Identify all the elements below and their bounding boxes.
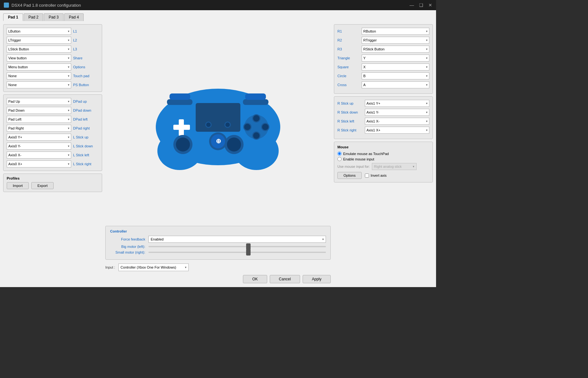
mapping-row-share: View buttonNone Share: [7, 55, 99, 62]
lstick-left-label: L Stick left: [73, 153, 99, 157]
big-motor-thumb[interactable]: [246, 243, 251, 250]
touchpad-select-wrapper[interactable]: None: [7, 72, 71, 79]
tab-pad2[interactable]: Pad 2: [24, 13, 43, 21]
rstick-left-select-wrapper[interactable]: Axis1 X-: [365, 118, 429, 125]
options-label: Options: [73, 65, 99, 69]
dpad-down-select[interactable]: Pad Down: [7, 107, 71, 114]
dpad-down-select-wrapper[interactable]: Pad Down: [7, 107, 71, 114]
tab-pad3[interactable]: Pad 3: [44, 13, 63, 21]
invert-axis-checkbox[interactable]: [365, 174, 369, 178]
circle-select[interactable]: B: [362, 72, 429, 79]
lstick-right-select-wrapper[interactable]: Axis0 X+: [7, 160, 71, 167]
touchpad-select[interactable]: None: [7, 72, 71, 79]
apply-button[interactable]: Apply: [303, 275, 331, 283]
r3-select[interactable]: RStick Button: [362, 46, 429, 53]
big-motor-row: Big motor (left):: [110, 245, 326, 248]
r2-select[interactable]: RTrigger: [362, 37, 429, 44]
force-feedback-label: Force feedback: [110, 237, 145, 241]
mouse-for-select-wrapper[interactable]: Right analog stick Left analog stick: [372, 163, 417, 170]
rstick-right-select-wrapper[interactable]: Axis1 X+: [365, 127, 429, 134]
window-controls[interactable]: — ❑ ✕: [410, 3, 432, 8]
square-select-wrapper[interactable]: X: [362, 63, 429, 70]
l3-label: L3: [73, 47, 99, 51]
square-select[interactable]: X: [362, 63, 429, 70]
close-button[interactable]: ✕: [428, 3, 432, 8]
dpad-right-select-wrapper[interactable]: Pad Right: [7, 125, 71, 132]
lstick-up-select[interactable]: Axis0 Y+: [7, 134, 71, 141]
options-select[interactable]: Menu buttonNone: [7, 63, 71, 70]
controller-section-title: Controller: [110, 229, 326, 233]
enable-mouse-radio[interactable]: [337, 157, 342, 161]
cancel-button[interactable]: Cancel: [270, 275, 300, 283]
dpad-left-select-wrapper[interactable]: Pad Left: [7, 116, 71, 123]
options-select-wrapper[interactable]: Menu buttonNone: [7, 63, 71, 70]
lstick-up-select-wrapper[interactable]: Axis0 Y+: [7, 134, 71, 141]
dpad-up-select-wrapper[interactable]: Pad Up: [7, 98, 71, 105]
input-device-select-wrapper[interactable]: Controller (Xbox One For Windows): [118, 263, 189, 271]
share-select-wrapper[interactable]: View buttonNone: [7, 55, 71, 62]
lstick-right-select[interactable]: Axis0 X+: [7, 160, 71, 167]
lstick-left-select[interactable]: Axis0 X-: [7, 152, 71, 159]
r1-select-wrapper[interactable]: RButton: [362, 28, 429, 35]
mouse-options-button[interactable]: Options: [337, 172, 362, 179]
dpad-up-label: DPad up: [73, 100, 99, 103]
mouse-for-select[interactable]: Right analog stick Left analog stick: [372, 163, 417, 170]
psbutton-select-wrapper[interactable]: None: [7, 81, 71, 88]
circle-select-wrapper[interactable]: B: [362, 72, 429, 79]
l1-select-wrapper[interactable]: LButtonLTriggerNone: [7, 28, 71, 35]
import-button[interactable]: Import: [7, 182, 29, 189]
lstick-left-select-wrapper[interactable]: Axis0 X-: [7, 152, 71, 159]
cross-select[interactable]: A: [362, 81, 429, 88]
l1-select[interactable]: LButtonLTriggerNone: [7, 28, 71, 35]
maximize-button[interactable]: ❑: [419, 3, 423, 8]
share-select[interactable]: View buttonNone: [7, 55, 71, 62]
circle-row: Circle B: [337, 72, 429, 79]
r2-select-wrapper[interactable]: RTrigger: [362, 37, 429, 44]
ok-button[interactable]: OK: [243, 275, 267, 283]
l3-select[interactable]: LStick ButtonNone: [7, 46, 71, 53]
dpad-left-select[interactable]: Pad Left: [7, 116, 71, 123]
triangle-select-wrapper[interactable]: Y: [362, 55, 429, 62]
rstick-up-select[interactable]: Axis1 Y+: [365, 100, 429, 107]
r3-select-wrapper[interactable]: RStick Button: [362, 46, 429, 53]
tab-pad4[interactable]: Pad 4: [64, 13, 84, 21]
dpad-up-select[interactable]: Pad Up: [7, 98, 71, 105]
big-motor-slider[interactable]: [148, 246, 326, 247]
svg-rect-5: [179, 119, 184, 136]
psbutton-select[interactable]: None: [7, 81, 71, 88]
lstick-down-row: Axis0 Y- L Stick down: [7, 143, 99, 150]
r1-select[interactable]: RButton: [362, 28, 429, 35]
right-panel: R1 RButton R2 RTrigger: [334, 24, 433, 283]
force-feedback-select[interactable]: Enabled Disabled: [148, 236, 326, 243]
cross-label: Cross: [337, 83, 360, 87]
small-motor-thumb[interactable]: [246, 249, 251, 256]
export-button[interactable]: Export: [31, 182, 54, 189]
tab-pad1[interactable]: Pad 1: [3, 13, 23, 21]
cross-select-wrapper[interactable]: A: [362, 81, 429, 88]
svg-point-14: [244, 124, 251, 130]
l2-select-wrapper[interactable]: LTriggerLButtonNone: [7, 37, 71, 44]
svg-point-12: [253, 115, 260, 122]
triangle-row: Triangle Y: [337, 55, 429, 62]
l2-select[interactable]: LTriggerLButtonNone: [7, 37, 71, 44]
svg-point-18: [253, 132, 260, 139]
rstick-down-select[interactable]: Axis1 Y-: [365, 109, 429, 116]
rstick-down-label: R Stick down: [337, 110, 363, 114]
rstick-right-select[interactable]: Axis1 X+: [365, 127, 429, 134]
force-feedback-select-wrapper[interactable]: Enabled Disabled: [148, 236, 326, 243]
rstick-down-select-wrapper[interactable]: Axis1 Y-: [365, 109, 429, 116]
dpad-right-select[interactable]: Pad Right: [7, 125, 71, 132]
rstick-up-select-wrapper[interactable]: Axis1 Y+: [365, 100, 429, 107]
emulate-mouse-radio[interactable]: [337, 152, 342, 156]
mapping-row-touchpad: None Touch pad: [7, 72, 99, 79]
small-motor-slider[interactable]: [148, 252, 326, 253]
rstick-up-label: R Stick up: [337, 101, 363, 105]
svg-rect-29: [245, 93, 266, 100]
triangle-select[interactable]: Y: [362, 55, 429, 62]
lstick-down-select[interactable]: Axis0 Y-: [7, 143, 71, 150]
l3-select-wrapper[interactable]: LStick ButtonNone: [7, 46, 71, 53]
minimize-button[interactable]: —: [410, 3, 414, 8]
rstick-left-select[interactable]: Axis1 X-: [365, 118, 429, 125]
input-device-select[interactable]: Controller (Xbox One For Windows): [118, 263, 189, 271]
lstick-down-select-wrapper[interactable]: Axis0 Y-: [7, 143, 71, 150]
